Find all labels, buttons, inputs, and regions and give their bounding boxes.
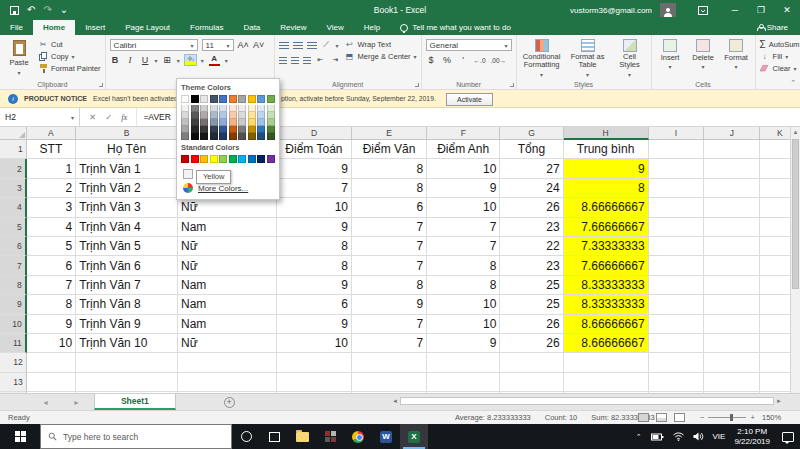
qat-customize-icon[interactable]: ⌄ [60,5,68,15]
color-swatch[interactable] [210,119,218,126]
cell-G5[interactable]: 23 [500,218,563,237]
cell-F11[interactable]: 9 [427,334,500,353]
column-header-I[interactable]: I [649,127,704,140]
shrink-font-button[interactable]: A˅ [253,39,264,51]
row-header-12[interactable]: 12 [0,353,27,372]
cell-A1[interactable]: STT [27,140,76,159]
hscroll-left-icon[interactable]: ◄ [392,398,398,404]
color-swatch[interactable] [238,95,246,103]
taskbar-search[interactable]: Type here to search [40,424,232,449]
color-swatch[interactable] [257,105,265,112]
cell-J3[interactable] [704,179,760,198]
cell-C10[interactable]: Nam [178,315,277,334]
cell-E10[interactable]: 7 [352,315,427,334]
color-swatch[interactable] [200,95,208,103]
cell-B11[interactable]: Trịnh Văn 10 [76,334,178,353]
sheet-tab-sheet1[interactable]: Sheet1 [94,394,176,410]
bold-button[interactable]: B [110,54,121,66]
ribbon-display-options-icon[interactable] [690,0,716,20]
cell-I8[interactable] [649,276,704,295]
cell-C6[interactable]: Nữ [178,237,277,256]
cell-G2[interactable]: 27 [500,159,563,178]
column-header-A[interactable]: A [27,127,76,140]
align-center-icon[interactable] [291,57,299,64]
name-box[interactable]: H2 ▾ [0,108,80,126]
cell-C8[interactable]: Nam [178,276,277,295]
cell-I10[interactable] [649,315,704,334]
cell-F3[interactable]: 9 [427,179,500,198]
underline-button[interactable]: U [140,54,151,66]
task-view-icon[interactable] [260,424,288,449]
maximize-button[interactable]: ❐ [748,0,774,20]
cell-B6[interactable]: Trịnh Văn 5 [76,237,178,256]
cell-G11[interactable]: 26 [500,334,563,353]
column-header-E[interactable]: E [352,127,427,140]
cell-A4[interactable]: 3 [27,198,76,217]
color-swatch[interactable] [210,126,218,133]
cell-H8[interactable]: 8.33333333 [564,276,649,295]
cell-H2[interactable]: 9 [564,159,649,178]
cell-A5[interactable]: 4 [27,218,76,237]
color-swatch[interactable] [191,133,199,140]
cell-J2[interactable] [704,159,760,178]
chrome-icon[interactable] [344,424,372,449]
cell-A3[interactable]: 2 [27,179,76,198]
close-button[interactable]: ✕ [774,0,800,20]
row-header-6[interactable]: 6 [0,237,27,256]
save-icon[interactable] [10,6,19,15]
insert-cells-button[interactable]: Insert▾ [656,38,685,78]
color-swatch[interactable] [257,155,265,163]
cell-H9[interactable]: 8.33333333 [564,295,649,314]
color-swatch[interactable] [248,133,256,140]
cell-J1[interactable] [704,140,760,159]
cell-D12[interactable] [277,353,352,372]
italic-button[interactable]: I [125,54,136,66]
align-bottom-icon[interactable] [307,42,317,49]
color-swatch[interactable] [200,112,208,119]
color-swatch[interactable] [257,133,265,140]
grow-font-button[interactable]: A˄ [238,39,249,51]
cell-J9[interactable] [704,295,760,314]
page-layout-view-icon[interactable] [656,413,667,422]
cell-I4[interactable] [649,198,704,217]
column-header-J[interactable]: J [704,127,760,140]
tab-page-layout[interactable]: Page Layout [115,20,180,35]
cell-I13[interactable] [649,373,704,392]
cell-B13[interactable] [76,373,178,392]
cell-B2[interactable]: Trịnh Văn 1 [76,159,178,178]
increase-decimal-button[interactable]: ←.0 [474,54,486,66]
color-swatch[interactable] [191,95,199,103]
format-cells-button[interactable]: Format▾ [722,38,751,78]
zoom-level[interactable]: 150% [762,413,781,422]
color-swatch[interactable] [267,105,275,112]
number-dialog-launcher[interactable] [510,83,514,87]
color-swatch[interactable] [200,155,208,163]
font-name-combo[interactable]: Calibri▾ [110,39,198,51]
tab-formulas[interactable]: Formulas [180,20,233,35]
vertical-scroll-thumb[interactable] [792,139,799,289]
font-color-arrow[interactable]: ▾ [225,57,228,64]
number-format-combo[interactable]: General▾ [426,39,512,51]
select-all-corner[interactable] [0,127,27,140]
cell-J12[interactable] [704,353,760,372]
cell-F13[interactable] [427,373,500,392]
color-swatch[interactable] [181,133,189,140]
cell-I5[interactable] [649,218,704,237]
color-swatch[interactable] [229,126,237,133]
fill-button[interactable]: ↓Fill ▾ [760,51,800,61]
cell-D2[interactable]: 9 [277,159,352,178]
action-center-icon[interactable] [782,432,794,442]
color-swatch[interactable] [238,112,246,119]
align-right-icon[interactable] [303,57,311,64]
activate-button[interactable]: Activate [446,93,493,106]
cell-E3[interactable]: 8 [352,179,427,198]
row-header-8[interactable]: 8 [0,276,27,295]
color-swatch[interactable] [229,105,237,112]
row-header-7[interactable]: 7 [0,256,27,275]
zoom-slider-thumb[interactable] [730,414,733,421]
cell-I7[interactable] [649,256,704,275]
tab-data[interactable]: Data [233,20,270,35]
paste-dropdown-arrow[interactable]: ▾ [17,69,20,76]
color-swatch[interactable] [238,155,246,163]
cell-J5[interactable] [704,218,760,237]
